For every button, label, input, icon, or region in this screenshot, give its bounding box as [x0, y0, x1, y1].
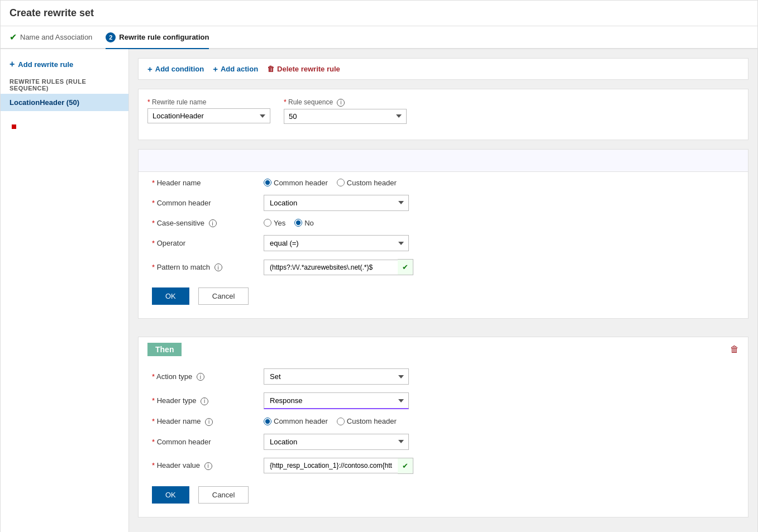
add-rewrite-rule-label: Add rewrite rule	[18, 60, 73, 69]
sidebar-section-label: REWRITE RULES (RULE SEQUENCE)	[1, 73, 128, 94]
then-common-header-row: * Common header Location	[152, 434, 735, 450]
delete-rewrite-rule-button[interactable]: 🗑 Delete rewrite rule	[267, 65, 340, 73]
condition-cancel-button[interactable]: Cancel	[198, 287, 249, 305]
condition-common-header-value: Location	[264, 195, 409, 211]
tab-rule-config-label: Rewrite rule configuration	[119, 33, 209, 41]
then-block-header: Then 🗑	[139, 337, 748, 362]
then-common-header-radio[interactable]	[264, 418, 271, 425]
custom-header-radio-label[interactable]: Custom header	[337, 179, 397, 187]
then-header-name-info-icon[interactable]: i	[205, 418, 213, 426]
then-header-name-radio-group: Common header Custom header	[264, 417, 397, 425]
page-title: Create rewrite set	[1, 1, 757, 26]
condition-header-name-value: Common header Custom header	[264, 179, 397, 187]
then-header-type-row: * Header type i Response	[152, 392, 735, 409]
case-yes-text: Yes	[274, 219, 285, 227]
main-content: + Add rewrite rule REWRITE RULES (RULE S…	[1, 49, 757, 532]
condition-operator-value: equal (=)	[264, 235, 409, 251]
content-area: + Add condition + Add action 🗑 Delete re…	[129, 49, 757, 532]
header-type-select[interactable]: Response	[264, 392, 409, 409]
then-cancel-button[interactable]: Cancel	[198, 486, 249, 504]
case-sensitive-info-icon[interactable]: i	[209, 219, 217, 227]
rule-seq-select[interactable]: 50	[284, 109, 407, 124]
condition-operator-dropdown[interactable]: equal (=)	[264, 235, 409, 251]
condition-block-body: * Header name Common header Custom	[139, 172, 748, 319]
condition-pattern-value: ✔	[264, 259, 413, 275]
condition-operator-row: * Operator equal (=)	[152, 235, 735, 251]
trash-icon: 🗑	[267, 65, 274, 73]
then-header-name-label: * Header name i	[152, 417, 264, 426]
tab-rule-config[interactable]: 2 Rewrite rule configuration	[106, 27, 209, 49]
add-action-plus-icon: +	[213, 64, 218, 74]
pattern-info-icon[interactable]: i	[214, 263, 222, 271]
then-custom-header-radio[interactable]	[337, 418, 345, 425]
then-block: Then 🗑 * Action type i Set	[138, 337, 749, 517]
case-yes-label[interactable]: Yes	[264, 219, 285, 227]
header-value-input[interactable]	[264, 458, 398, 473]
then-common-header-select[interactable]: Location	[264, 434, 409, 450]
condition-pattern-label: * Pattern to match i	[152, 263, 264, 272]
action-type-select[interactable]: Set	[264, 368, 409, 385]
case-yes-radio[interactable]	[264, 219, 271, 227]
condition-operator-select[interactable]: equal (=)	[264, 235, 409, 251]
condition-btn-row: OK Cancel	[152, 283, 735, 309]
case-no-label[interactable]: No	[294, 219, 314, 227]
header-value-info-icon[interactable]: i	[204, 462, 212, 470]
then-header-name-row: * Header name i Common header Custom hea…	[152, 417, 735, 426]
then-common-header-radio-label[interactable]: Common header	[264, 417, 328, 425]
header-type-info-icon[interactable]: i	[201, 397, 208, 405]
header-type-dropdown[interactable]: Response	[264, 392, 409, 409]
then-custom-header-radio-label[interactable]: Custom header	[337, 417, 397, 425]
rule-seq-dropdown[interactable]: 50	[284, 109, 407, 124]
rule-name-dropdown[interactable]: LocationHeader	[147, 108, 270, 123]
tab-name-association[interactable]: ✔ Name and Association	[9, 26, 92, 49]
rule-seq-label: * Rule sequence i	[284, 98, 407, 107]
case-no-radio[interactable]	[294, 219, 302, 227]
then-common-header-value: Location	[264, 434, 409, 450]
then-action-type-label: * Action type i	[152, 372, 264, 381]
condition-pattern-row: * Pattern to match i ✔	[152, 259, 735, 275]
condition-case-sensitive-label: * Case-sensitive i	[152, 219, 264, 228]
then-custom-header-option: Custom header	[347, 417, 397, 425]
pattern-input[interactable]	[264, 260, 398, 275]
then-action-type-row: * Action type i Set	[152, 368, 735, 385]
condition-common-header-dropdown[interactable]: Location	[264, 195, 409, 211]
condition-block: * Header name Common header Custom	[138, 149, 749, 319]
condition-common-header-select[interactable]: Location	[264, 195, 409, 211]
then-header-value-value: ✔	[264, 458, 413, 474]
case-no-text: No	[304, 219, 314, 227]
then-ok-button[interactable]: OK	[152, 486, 189, 504]
custom-header-radio[interactable]	[337, 179, 345, 186]
header-name-radio-group: Common header Custom header	[264, 179, 397, 187]
then-header-value-row: * Header value i ✔	[152, 458, 735, 474]
rule-name-select[interactable]: LocationHeader	[147, 108, 270, 123]
toolbar: + Add condition + Add action 🗑 Delete re…	[138, 58, 749, 80]
then-common-header-option: Common header	[274, 417, 328, 425]
action-type-info-icon[interactable]: i	[197, 373, 204, 381]
rule-seq-info-icon[interactable]: i	[337, 99, 345, 107]
plus-icon: +	[9, 59, 15, 69]
then-header-type-label: * Header type i	[152, 396, 264, 405]
sidebar-item-locationheader[interactable]: LocationHeader (50)	[1, 94, 128, 111]
then-delete-icon[interactable]: 🗑	[730, 344, 739, 354]
add-rewrite-rule-button[interactable]: + Add rewrite rule	[1, 56, 128, 73]
then-block-body: * Action type i Set	[139, 362, 748, 517]
then-header-type-value: Response	[264, 392, 409, 409]
red-dot-indicator	[12, 124, 16, 129]
condition-case-sensitive-row: * Case-sensitive i Yes No	[152, 219, 735, 228]
custom-header-option-label: Custom header	[347, 179, 397, 187]
check-icon: ✔	[9, 32, 17, 42]
then-btn-row: OK Cancel	[152, 482, 735, 508]
then-common-header-dropdown[interactable]: Location	[264, 434, 409, 450]
rule-form-row: * Rewrite rule name LocationHeader * Rul…	[147, 98, 739, 124]
add-condition-button[interactable]: + Add condition	[147, 64, 204, 74]
common-header-radio[interactable]	[264, 179, 271, 186]
then-tag: Then	[147, 343, 182, 356]
rule-name-label: * Rewrite rule name	[147, 98, 270, 106]
then-common-header-label: * Common header	[152, 438, 264, 446]
condition-ok-button[interactable]: OK	[152, 287, 189, 305]
action-type-dropdown[interactable]: Set	[264, 368, 409, 385]
case-sensitive-radio-group: Yes No	[264, 219, 314, 227]
add-action-button[interactable]: + Add action	[213, 64, 258, 74]
tab-num-icon: 2	[106, 32, 116, 42]
common-header-radio-label[interactable]: Common header	[264, 179, 328, 187]
